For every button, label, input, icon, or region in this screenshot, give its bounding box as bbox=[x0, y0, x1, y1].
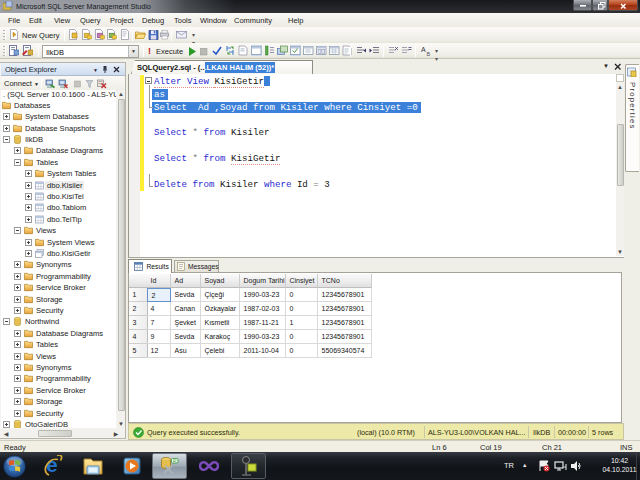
svg-text:A: A bbox=[421, 46, 426, 53]
svg-text:B: B bbox=[427, 51, 431, 57]
